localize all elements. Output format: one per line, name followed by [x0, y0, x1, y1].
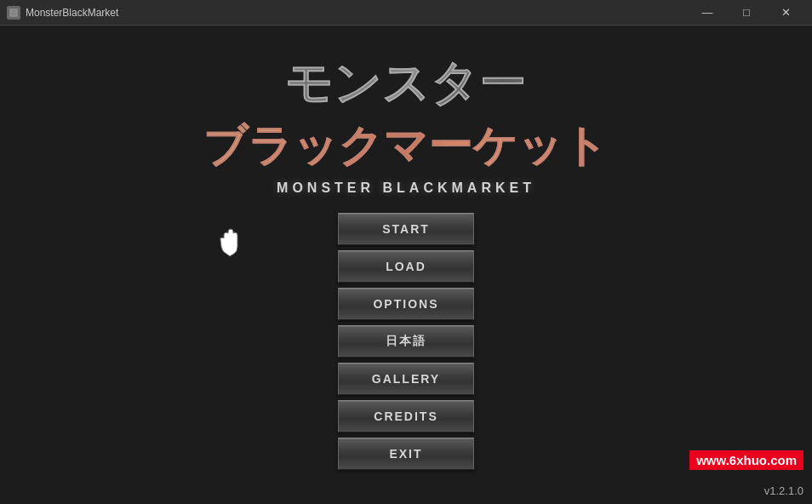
logo-area: モンスター ブラックマーケット MONSTER BLACKMARKET — [203, 51, 609, 196]
logo-line2: ブラックマーケット — [203, 116, 609, 175]
exit-button[interactable]: EXIT — [338, 438, 474, 470]
menu-area: START LOAD OPTIONS 日本語 GALLERY CREDITS E… — [338, 213, 474, 470]
close-button[interactable]: ✕ — [766, 0, 805, 26]
titlebar-title: MonsterBlackMarket — [26, 7, 118, 19]
cursor-decoration — [217, 228, 241, 257]
app-icon — [7, 6, 20, 20]
options-button[interactable]: OPTIONS — [338, 288, 474, 320]
logo-english: MONSTER BLACKMARKET — [277, 180, 535, 196]
load-button[interactable]: LOAD — [338, 250, 474, 283]
titlebar-controls: — □ ✕ — [688, 0, 805, 26]
titlebar: MonsterBlackMarket — □ ✕ — [0, 0, 812, 26]
start-button[interactable]: START — [338, 213, 474, 245]
credits-button[interactable]: CREDITS — [338, 400, 474, 432]
minimize-button[interactable]: — — [688, 0, 727, 26]
watermark: www.6xhuo.com — [689, 450, 803, 470]
svg-rect-0 — [9, 9, 18, 17]
logo-line1: モンスター — [203, 51, 609, 116]
version-label: v1.2.1.0 — [764, 484, 803, 497]
gallery-button[interactable]: GALLERY — [338, 363, 474, 395]
japanese-button[interactable]: 日本語 — [338, 325, 474, 358]
main-content: モンスター ブラックマーケット MONSTER BLACKMARKET STAR… — [0, 26, 812, 504]
titlebar-left: MonsterBlackMarket — [7, 6, 118, 20]
logo-japanese: モンスター ブラックマーケット — [203, 51, 609, 175]
maximize-button[interactable]: □ — [727, 0, 766, 26]
